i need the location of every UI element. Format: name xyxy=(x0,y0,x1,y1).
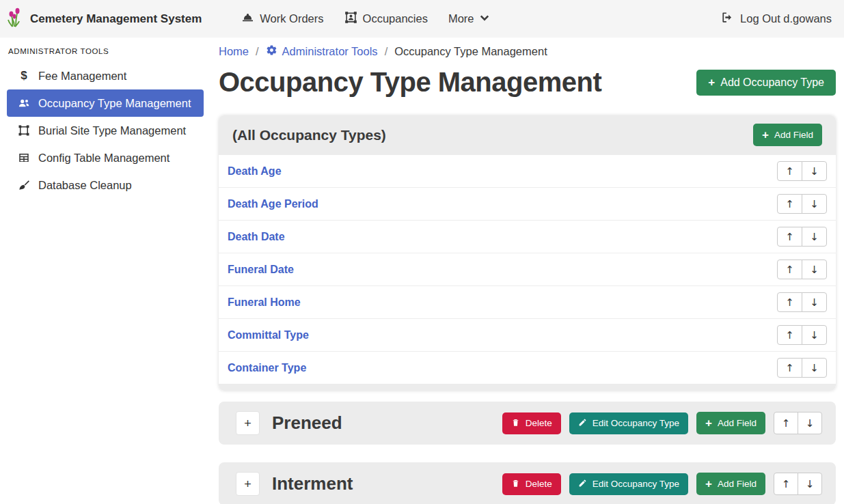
add-field-button[interactable]: + Add Field xyxy=(696,473,765,495)
brand-link[interactable]: Cemetery Management System xyxy=(7,8,202,31)
pencil-icon xyxy=(578,418,587,429)
move-up-button[interactable]: ↑ xyxy=(774,412,798,434)
plus-icon: + xyxy=(705,478,712,490)
move-up-button[interactable]: ↑ xyxy=(777,194,802,214)
move-down-button[interactable]: ↓ xyxy=(802,227,827,247)
nav-more[interactable]: More xyxy=(448,12,489,25)
logout-icon xyxy=(721,11,734,27)
field-link[interactable]: Funeral Home xyxy=(228,296,301,309)
occupancy-type-section-preneed: + Preneed Delete Edit Occupancy Type + A… xyxy=(219,402,836,445)
nav-occupancies[interactable]: Occupancies xyxy=(344,11,428,27)
pencil-icon xyxy=(578,479,587,490)
section-title: Preneed xyxy=(272,412,342,434)
sidebar: ADMINISTRATOR TOOLS $ Fee Management Occ… xyxy=(0,38,212,504)
card-header: (All Occupancy Types) + Add Field xyxy=(219,115,836,154)
broom-icon xyxy=(16,179,31,191)
sidebar-item-fee-management[interactable]: $ Fee Management xyxy=(7,62,204,89)
reorder-controls: ↑ ↓ xyxy=(777,358,827,378)
field-link[interactable]: Death Date xyxy=(228,231,285,243)
sidebar-item-occupancy-type-management[interactable]: Occupancy Type Management xyxy=(7,89,204,117)
dollar-icon: $ xyxy=(16,69,31,83)
move-up-button[interactable]: ↑ xyxy=(777,260,802,279)
field-rows: Death Age ↑ ↓ Death Age Period ↑ ↓ Death… xyxy=(219,154,836,384)
occupancy-type-section-interment: + Interment Delete Edit Occupancy Type +… xyxy=(219,462,836,504)
trash-icon xyxy=(511,418,520,429)
section-title: Interment xyxy=(272,473,353,494)
sidebar-item-config-table-management[interactable]: Config Table Management xyxy=(7,144,204,171)
reorder-controls: ↑ ↓ xyxy=(774,473,822,495)
all-occupancy-types-card: (All Occupancy Types) + Add Field Death … xyxy=(219,115,836,391)
occupancy-type-sections: + Preneed Delete Edit Occupancy Type + A… xyxy=(219,402,836,504)
card-title: (All Occupancy Types) xyxy=(232,127,386,143)
move-up-button[interactable]: ↑ xyxy=(774,473,798,495)
reorder-controls: ↑ ↓ xyxy=(777,292,827,312)
sidebar-heading: ADMINISTRATOR TOOLS xyxy=(0,43,212,62)
add-field-button[interactable]: + Add Field xyxy=(696,412,765,434)
field-row: Funeral Date ↑ ↓ xyxy=(219,253,836,285)
table-icon xyxy=(16,152,31,164)
field-row: Death Date ↑ ↓ xyxy=(219,220,836,253)
plus-icon: + xyxy=(762,129,769,141)
nav-work-orders[interactable]: Work Orders xyxy=(241,11,323,27)
field-row: Death Age ↑ ↓ xyxy=(219,154,836,187)
add-field-button[interactable]: + Add Field xyxy=(753,124,822,146)
app-title: Cemetery Management System xyxy=(30,12,202,26)
move-down-button[interactable]: ↓ xyxy=(802,260,827,279)
sidebar-item-burial-site-type-management[interactable]: Burial Site Type Management xyxy=(7,117,204,144)
trash-icon xyxy=(511,479,520,490)
move-down-button[interactable]: ↓ xyxy=(802,325,827,345)
field-link[interactable]: Death Age Period xyxy=(228,198,318,210)
hard-hat-icon xyxy=(241,11,254,27)
reorder-controls: ↑ ↓ xyxy=(777,325,827,345)
chevron-down-icon xyxy=(480,12,489,25)
field-row: Death Age Period ↑ ↓ xyxy=(219,187,836,220)
expand-button[interactable]: + xyxy=(236,472,260,496)
breadcrumb: Home / Administrator Tools / Occupancy T… xyxy=(219,44,836,59)
breadcrumb-admin-tools-link[interactable]: Administrator Tools xyxy=(266,44,378,59)
logout-button[interactable]: Log Out d.gowans xyxy=(721,11,832,27)
vector-square-icon xyxy=(16,124,31,137)
navbar-menu: Work Orders Occupancies More xyxy=(221,11,489,27)
sidebar-item-database-cleanup[interactable]: Database Cleanup xyxy=(7,171,204,199)
move-down-button[interactable]: ↓ xyxy=(802,194,827,214)
users-icon xyxy=(16,97,31,109)
move-down-button[interactable]: ↓ xyxy=(802,292,827,312)
move-up-button[interactable]: ↑ xyxy=(777,325,802,345)
move-up-button[interactable]: ↑ xyxy=(777,161,802,181)
tulip-logo-icon xyxy=(7,8,25,31)
move-up-button[interactable]: ↑ xyxy=(777,358,802,378)
delete-button[interactable]: Delete xyxy=(502,412,561,434)
move-down-button[interactable]: ↓ xyxy=(798,412,822,434)
main-content: Home / Administrator Tools / Occupancy T… xyxy=(212,38,844,504)
edit-occupancy-type-button[interactable]: Edit Occupancy Type xyxy=(569,473,688,495)
expand-button[interactable]: + xyxy=(236,411,260,435)
field-row: Container Type ↑ ↓ xyxy=(219,351,836,384)
move-up-button[interactable]: ↑ xyxy=(777,227,802,247)
field-row: Funeral Home ↑ ↓ xyxy=(219,285,836,318)
move-up-button[interactable]: ↑ xyxy=(777,292,802,312)
field-link[interactable]: Funeral Date xyxy=(228,264,294,276)
add-occupancy-type-button[interactable]: + Add Occupancy Type xyxy=(696,70,836,96)
breadcrumb-separator: / xyxy=(385,45,388,58)
gear-icon xyxy=(266,44,277,59)
field-row: Committal Type ↑ ↓ xyxy=(219,318,836,351)
page-title: Occupancy Type Management xyxy=(219,67,601,98)
field-link[interactable]: Death Age xyxy=(228,165,282,178)
reorder-controls: ↑ ↓ xyxy=(777,161,827,181)
move-down-button[interactable]: ↓ xyxy=(802,358,827,378)
breadcrumb-home-link[interactable]: Home xyxy=(219,45,249,58)
edit-occupancy-type-button[interactable]: Edit Occupancy Type xyxy=(569,412,688,434)
field-link[interactable]: Container Type xyxy=(228,362,306,374)
breadcrumb-current: Occupancy Type Management xyxy=(394,45,547,58)
field-link[interactable]: Committal Type xyxy=(228,329,309,341)
card-footer xyxy=(219,384,836,391)
breadcrumb-separator: / xyxy=(256,45,259,58)
reorder-controls: ↑ ↓ xyxy=(777,260,827,279)
occupancy-frame-icon xyxy=(344,11,357,27)
move-down-button[interactable]: ↓ xyxy=(798,473,822,495)
move-down-button[interactable]: ↓ xyxy=(802,161,827,181)
delete-button[interactable]: Delete xyxy=(502,473,561,495)
top-navbar: Cemetery Management System Work Orders O… xyxy=(0,0,844,38)
sidebar-items: $ Fee Management Occupancy Type Manageme… xyxy=(0,62,212,199)
reorder-controls: ↑ ↓ xyxy=(777,227,827,247)
